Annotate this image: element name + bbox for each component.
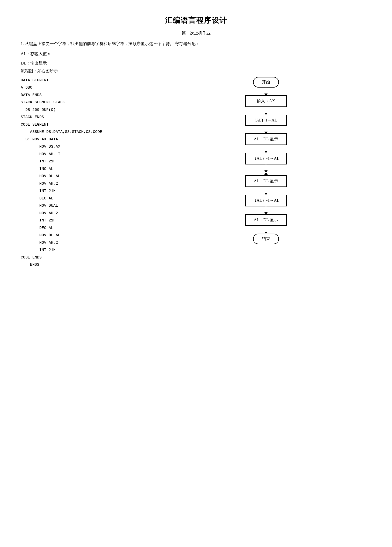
code-block: DATA SEGMENTA DBODATA ENDSSTACK SEGMENT … — [21, 77, 150, 269]
fc-disp1: AL→DL 显示 — [245, 133, 287, 145]
fc-arrow-4 — [266, 145, 266, 153]
code-line: DATA SEGMENT — [21, 77, 150, 84]
code-line: MOV DL,AL — [21, 232, 150, 239]
code-line: MOV AH, I — [21, 151, 150, 158]
code-line: DATA ENDS — [21, 92, 150, 99]
subtitle: 第一次上机作业 — [21, 31, 371, 36]
fc-arrow-5 — [266, 164, 266, 172]
code-line: A DBO — [21, 84, 150, 92]
fc-disp2: AL→DL 显示 — [245, 175, 287, 187]
code-line: MOV DS,AX — [21, 143, 150, 151]
code-line: DEC AL — [21, 225, 150, 232]
code-line: ENDS — [21, 261, 150, 269]
code-line: MOV DL,AL — [21, 173, 150, 180]
code-line: INT 21H — [21, 188, 150, 195]
code-line: MOV AH,2 — [21, 210, 150, 217]
fc-op2: （AL）-1→AL — [245, 153, 287, 164]
code-line: MOV DUAL — [21, 202, 150, 210]
code-line: STACK ENDS — [21, 114, 150, 121]
flowchart: 开始 输入→AX (AL)+1→AL AL→DL 显示 （AL）-1→AL AL… — [160, 77, 371, 244]
code-line: CODE SEGMENT — [21, 121, 150, 129]
fc-op1: (AL)+1→AL — [245, 115, 287, 126]
code-line: ASSUME DS:DATA,SS:STACK,CS:CODE — [21, 128, 150, 136]
code-line: CODE ENDS — [21, 254, 150, 262]
code-line: INT 21H — [21, 217, 150, 225]
fc-input: 输入→AX — [245, 95, 287, 107]
code-line: S: MOV AX,DATA — [21, 136, 150, 143]
page-title: 汇编语言程序设计 — [21, 16, 371, 25]
fc-arrow-6 — [266, 187, 266, 195]
code-line: STACK SEGMENT STACK — [21, 99, 150, 106]
fc-arrow-1 — [266, 88, 266, 95]
intro-text: 1. 从键盘上接受一个字符，找出他的前导字符和后继字符，按顺序显示这三个字符。 … — [21, 40, 371, 48]
code-line: DEC AL — [21, 195, 150, 203]
code-line: INT 21H — [21, 247, 150, 254]
code-line: INT 21H — [21, 158, 150, 165]
code-line: MOV AH,2 — [21, 180, 150, 188]
register2: DL：输出显示 — [21, 59, 371, 67]
code-line: MOV AH,2 — [21, 239, 150, 247]
fc-arrow-2 — [266, 107, 266, 115]
flowchart-label: 流程图：如右图所示 — [21, 68, 371, 74]
fc-op3: （AL）-1→AL — [245, 195, 287, 206]
fc-arrow-8 — [266, 226, 266, 234]
code-line: INC AL — [21, 165, 150, 173]
code-line: DB 200 DUP(O) — [21, 106, 150, 114]
fc-arrow-7 — [266, 206, 266, 214]
fc-arrow-3 — [266, 126, 266, 133]
fc-disp3: AL→DL 显示 — [245, 214, 287, 226]
fc-end: 结束 — [253, 234, 279, 244]
fc-triangle — [264, 172, 268, 175]
fc-start: 开始 — [253, 77, 279, 88]
register1: AL：存输入值 x — [21, 50, 371, 58]
